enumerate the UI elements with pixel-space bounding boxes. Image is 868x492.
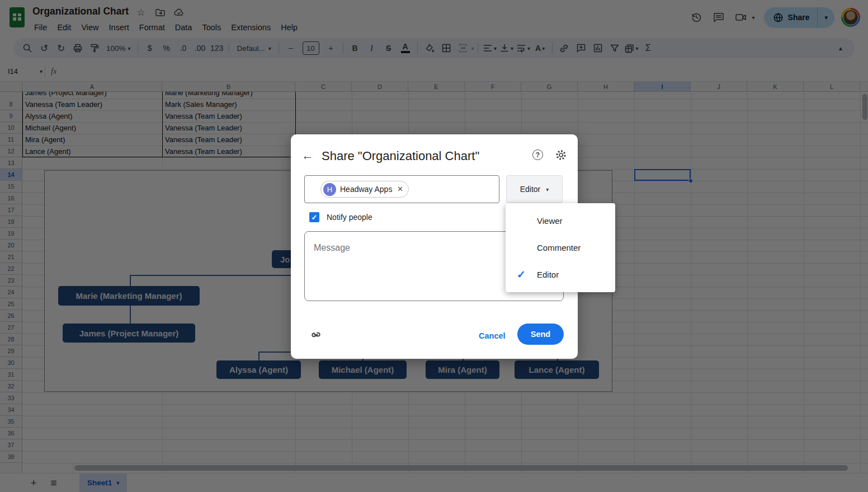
chip-remove-icon[interactable]: ×	[397, 184, 403, 195]
cancel-button[interactable]: Cancel	[473, 328, 511, 344]
recipients-input[interactable]: H Headway Apps ×	[304, 175, 499, 203]
menu-item-label: Viewer	[537, 216, 563, 226]
help-icon[interactable]: ?	[532, 149, 543, 160]
permission-menu: ViewerCommenter✓Editor	[506, 203, 615, 292]
copy-link-icon[interactable]	[309, 327, 323, 342]
send-button[interactable]: Send	[517, 324, 564, 345]
check-icon: ✓	[517, 268, 526, 281]
menu-item-label: Editor	[537, 270, 559, 279]
settings-gear-icon[interactable]	[555, 149, 567, 161]
notify-people-checkbox[interactable]: ✓	[309, 212, 319, 222]
menu-item-label: Commenter	[537, 243, 581, 252]
menu-item-viewer[interactable]: Viewer	[506, 207, 615, 234]
menu-item-editor[interactable]: ✓Editor	[506, 261, 615, 288]
chip-name: Headway Apps	[340, 185, 392, 194]
google-sheets-app: Organizational Chart ☆ FileEditViewInser…	[0, 0, 868, 492]
permission-value: Editor	[520, 185, 541, 194]
permission-chevron-down-icon: ▾	[546, 186, 549, 193]
chip-avatar: H	[323, 183, 336, 196]
share-dialog-title: Share "Organizational Chart"	[322, 149, 479, 163]
recipient-chip[interactable]: H Headway Apps ×	[320, 181, 409, 198]
permission-dropdown[interactable]: Editor ▾	[506, 175, 563, 203]
notify-people-label: Notify people	[327, 213, 372, 222]
back-arrow-icon[interactable]: ←	[300, 148, 315, 163]
menu-item-commenter[interactable]: Commenter	[506, 234, 615, 261]
